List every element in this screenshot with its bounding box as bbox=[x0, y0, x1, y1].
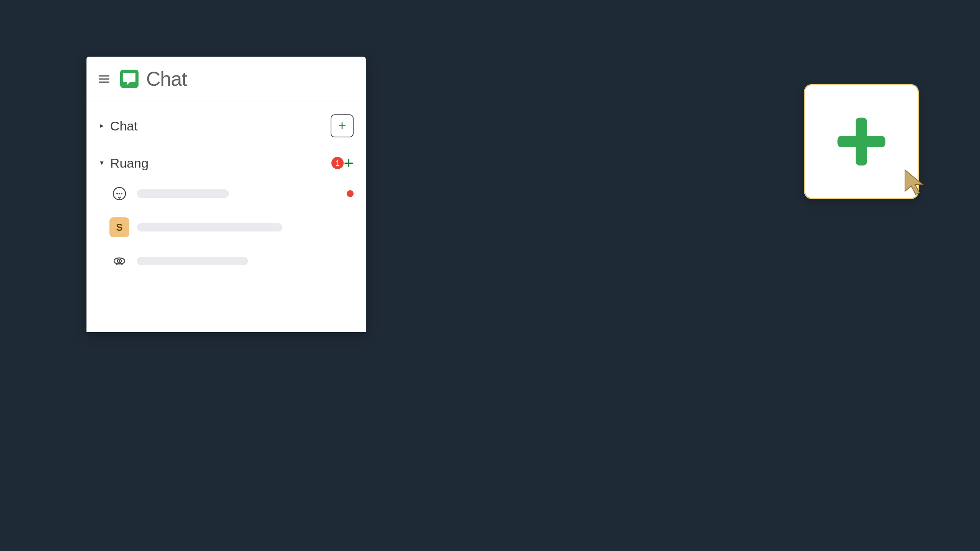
chat-section-collapse-icon[interactable]: ► bbox=[99, 122, 105, 129]
notification-dot bbox=[347, 190, 354, 197]
svg-marker-10 bbox=[905, 170, 923, 194]
big-plus-svg bbox=[833, 113, 890, 170]
chat-bubble-svg bbox=[113, 187, 126, 201]
list-item[interactable]: S bbox=[86, 210, 366, 244]
add-ruang-button[interactable]: + bbox=[344, 155, 354, 171]
skeleton-bar-3 bbox=[137, 257, 248, 265]
ruang-badge: 1 bbox=[331, 157, 344, 169]
chat-logo-icon bbox=[120, 70, 139, 88]
chat-header: Chat bbox=[86, 57, 366, 101]
svg-rect-9 bbox=[838, 136, 885, 147]
chat-bubble-icon bbox=[109, 184, 129, 204]
ruang-section-label[interactable]: Ruang bbox=[110, 156, 326, 171]
chat-content: ► Chat + ▼ Ruang 1 + bbox=[86, 101, 366, 285]
svg-point-4 bbox=[121, 193, 122, 194]
chat-section-label[interactable]: Chat bbox=[110, 119, 331, 134]
chat-panel: Chat ► Chat + ▼ Ruang 1 + bbox=[86, 57, 366, 332]
ruang-section-row: ▼ Ruang 1 + bbox=[86, 149, 366, 177]
eye-svg bbox=[113, 254, 126, 268]
hamburger-line-2 bbox=[99, 78, 109, 80]
svg-point-2 bbox=[116, 193, 118, 194]
list-item[interactable] bbox=[86, 244, 366, 278]
skeleton-bar-1 bbox=[137, 189, 229, 198]
s-avatar-icon: S bbox=[109, 217, 129, 237]
s-avatar-letter: S bbox=[116, 222, 122, 233]
app-title: Chat bbox=[146, 67, 187, 90]
floating-add-card[interactable] bbox=[804, 84, 919, 199]
floating-plus-icon bbox=[833, 113, 890, 170]
cursor-arrow bbox=[903, 168, 926, 196]
add-chat-plus-icon: + bbox=[338, 119, 346, 133]
ruang-section-expand-icon[interactable]: ▼ bbox=[99, 160, 105, 166]
hamburger-line-1 bbox=[99, 75, 109, 77]
list-item[interactable] bbox=[86, 177, 366, 210]
skeleton-bar-2 bbox=[137, 223, 282, 231]
eye-icon bbox=[109, 251, 129, 271]
section-divider-1 bbox=[86, 146, 366, 146]
add-chat-button[interactable]: + bbox=[331, 114, 354, 137]
hamburger-menu-button[interactable] bbox=[99, 75, 109, 83]
cursor-svg bbox=[903, 168, 926, 196]
chat-section-row: ► Chat + bbox=[86, 109, 366, 143]
svg-point-3 bbox=[119, 193, 120, 194]
hamburger-line-3 bbox=[99, 82, 109, 83]
svg-point-7 bbox=[119, 260, 120, 262]
